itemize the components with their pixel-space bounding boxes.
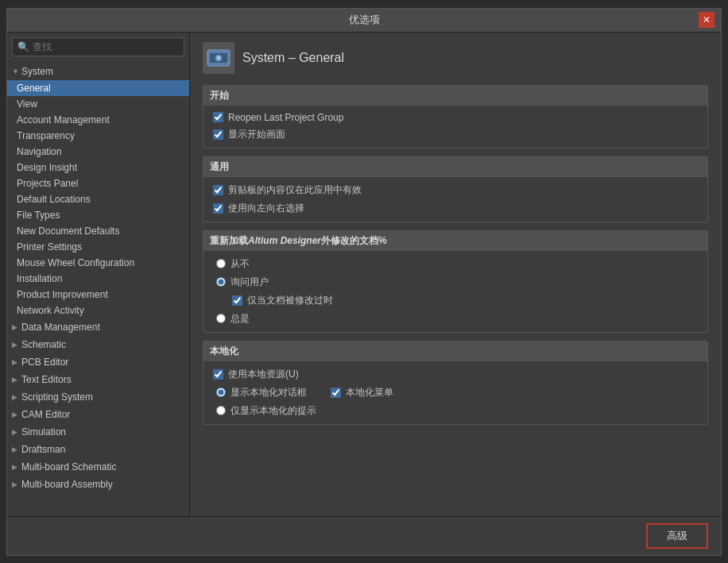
checkbox-clipboard-input[interactable]: [213, 185, 223, 195]
tree-item-printer-settings[interactable]: Printer Settings: [7, 239, 189, 255]
tree-group-scripting-system-label: Scripting System: [21, 391, 93, 403]
tree-group-text-editors[interactable]: ▶ Text Editors: [7, 371, 189, 388]
checkbox-use-local[interactable]: 使用本地资源(U): [213, 368, 698, 381]
tree-group-data-management[interactable]: ▶ Data Management: [7, 318, 189, 336]
expand-icon: ▶: [12, 428, 20, 436]
tree-group-draftsman-label: Draftsman: [21, 444, 65, 455]
tree-item-transparency[interactable]: Transparency: [7, 128, 189, 144]
checkbox-show-start-screen-input[interactable]: [213, 129, 223, 140]
radio-show-dialog[interactable]: 显示本地化对话框: [213, 386, 307, 399]
tree-group-system-label: System: [21, 66, 53, 77]
radio-ask-label: 询问用户: [230, 276, 269, 289]
expand-icon: ▶: [12, 341, 20, 349]
panel-icon: [203, 42, 234, 74]
expand-icon: ▶: [12, 393, 20, 401]
section-localization-header: 本地化: [203, 341, 707, 361]
radio-show-hints-only[interactable]: 仅显示本地化的提示: [213, 404, 698, 418]
section-reload: 重新加载Altium Designer外修改的文档% 从不 询问用户: [203, 230, 708, 333]
tree-item-projects-panel[interactable]: Projects Panel: [7, 175, 189, 191]
localization-inline-row: 显示本地化对话框 本地化菜单: [213, 386, 698, 399]
section-general-body: 剪贴板的内容仅在此应用中有效 使用向左向右选择: [203, 177, 707, 222]
tree-group-cam-editor[interactable]: ▶ CAM Editor: [7, 406, 189, 423]
section-general-header: 通用: [203, 157, 707, 177]
checkbox-reopen-last[interactable]: Reopen Last Project Group: [213, 112, 698, 123]
checkbox-clipboard[interactable]: 剪贴板的内容仅在此应用中有效: [213, 183, 698, 197]
tree-item-new-document-defaults[interactable]: New Document Defaults: [7, 223, 189, 239]
radio-always-input[interactable]: [216, 314, 226, 323]
checkbox-reopen-last-label: Reopen Last Project Group: [228, 112, 343, 123]
expand-icon: ▶: [12, 376, 20, 384]
checkbox-clipboard-label: 剪贴板的内容仅在此应用中有效: [228, 183, 362, 197]
reload-header-suffix: 外修改的文档%: [321, 235, 387, 246]
expand-icon: ▶: [12, 411, 20, 418]
section-reload-header: 重新加载Altium Designer外修改的文档%: [203, 231, 707, 251]
search-box[interactable]: 🔍: [12, 37, 184, 56]
checkbox-use-local-label: 使用本地资源(U): [228, 368, 299, 381]
tree-item-mouse-wheel-configuration[interactable]: Mouse Wheel Configuration: [7, 255, 189, 271]
tree-container: ▼ System General View Account Management…: [7, 61, 189, 516]
checkbox-only-modified[interactable]: 仅当文档被修改过时: [232, 294, 333, 307]
tree-group-scripting-system[interactable]: ▶ Scripting System: [7, 388, 189, 406]
section-reload-body: 从不 询问用户 仅当文档被修改过时 总是: [203, 251, 707, 332]
radio-never[interactable]: 从不: [213, 257, 698, 271]
radio-always[interactable]: 总是: [213, 312, 698, 326]
checkbox-local-menu-label: 本地化菜单: [346, 386, 393, 399]
radio-ask[interactable]: 询问用户: [213, 276, 698, 289]
panel-header: System – General: [203, 42, 708, 74]
tree-item-navigation[interactable]: Navigation: [7, 144, 189, 160]
checkbox-left-right-select[interactable]: 使用向左向右选择: [213, 202, 698, 215]
radio-show-hints-only-input[interactable]: [216, 406, 226, 415]
dialog-footer: 高级: [7, 516, 721, 555]
tree-group-simulation[interactable]: ▶ Simulation: [7, 423, 189, 441]
checkbox-left-right-select-input[interactable]: [213, 203, 223, 214]
tree-item-file-types[interactable]: File Types: [7, 207, 189, 223]
section-general: 通用 剪贴板的内容仅在此应用中有效 使用向左向右选择: [203, 156, 708, 222]
tree-group-text-editors-label: Text Editors: [21, 374, 72, 385]
radio-show-dialog-input[interactable]: [216, 388, 226, 397]
reload-header-bold: Altium Designer: [248, 235, 321, 246]
right-panel: System – General 开始 Reopen Last Project …: [190, 33, 721, 516]
tree-group-schematic[interactable]: ▶ Schematic: [7, 336, 189, 353]
tree-item-product-improvement[interactable]: Product Improvement: [7, 287, 189, 303]
tree-item-account-management[interactable]: Account Management: [7, 112, 189, 128]
tree-item-default-locations[interactable]: Default Locations: [7, 191, 189, 207]
section-start-header: 开始: [203, 86, 707, 106]
search-input[interactable]: [33, 41, 179, 52]
checkbox-left-right-select-label: 使用向左向右选择: [228, 202, 304, 215]
left-panel: 🔍 ▼ System General View Account Manageme…: [7, 33, 190, 516]
radio-show-dialog-label: 显示本地化对话框: [230, 386, 307, 399]
tree-group-multi-board-assembly-label: Multi-board Assembly: [21, 479, 113, 490]
checkbox-use-local-input[interactable]: [213, 369, 223, 380]
tree-item-design-insight[interactable]: Design Insight: [7, 160, 189, 175]
checkbox-local-menu-input[interactable]: [331, 388, 341, 398]
close-button[interactable]: ✕: [699, 12, 714, 28]
radio-ask-input[interactable]: [216, 277, 226, 287]
tree-group-data-management-label: Data Management: [21, 322, 100, 333]
radio-never-input[interactable]: [216, 259, 226, 268]
advanced-button[interactable]: 高级: [646, 523, 708, 549]
tree-group-draftsman[interactable]: ▶ Draftsman: [7, 441, 189, 458]
tree-group-multi-board-assembly[interactable]: ▶ Multi-board Assembly: [7, 476, 189, 493]
tree-group-multi-board-schematic[interactable]: ▶ Multi-board Schematic: [7, 458, 189, 476]
expand-icon: ▶: [12, 323, 20, 331]
expand-icon: ▶: [12, 480, 20, 488]
section-localization-body: 使用本地资源(U) 显示本地化对话框 本地化菜单: [203, 361, 707, 424]
tree-group-pcb-editor[interactable]: ▶ PCB Editor: [7, 353, 189, 371]
tree-item-installation[interactable]: Installation: [7, 271, 189, 287]
tree-group-multi-board-schematic-label: Multi-board Schematic: [21, 461, 116, 472]
tree-item-view[interactable]: View: [7, 96, 189, 112]
svg-point-3: [217, 56, 220, 60]
tree-item-general[interactable]: General: [7, 80, 189, 96]
checkbox-only-modified-label: 仅当文档被修改过时: [247, 294, 333, 307]
checkbox-only-modified-input[interactable]: [232, 295, 242, 306]
preferences-dialog: 优选项 ✕ 🔍 ▼ System General View Account Ma…: [6, 8, 722, 556]
section-start-body: Reopen Last Project Group 显示开始画面: [203, 106, 707, 148]
tree-group-system[interactable]: ▼ System: [7, 63, 189, 80]
checkbox-local-menu[interactable]: 本地化菜单: [331, 386, 393, 399]
checkbox-reopen-last-input[interactable]: [213, 112, 223, 122]
tree-item-network-activity[interactable]: Network Activity: [7, 303, 189, 318]
checkbox-show-start-screen[interactable]: 显示开始画面: [213, 128, 698, 141]
expand-icon: ▶: [12, 445, 20, 453]
tree-group-pcb-editor-label: PCB Editor: [21, 357, 68, 368]
radio-show-hints-only-label: 仅显示本地化的提示: [230, 404, 316, 418]
